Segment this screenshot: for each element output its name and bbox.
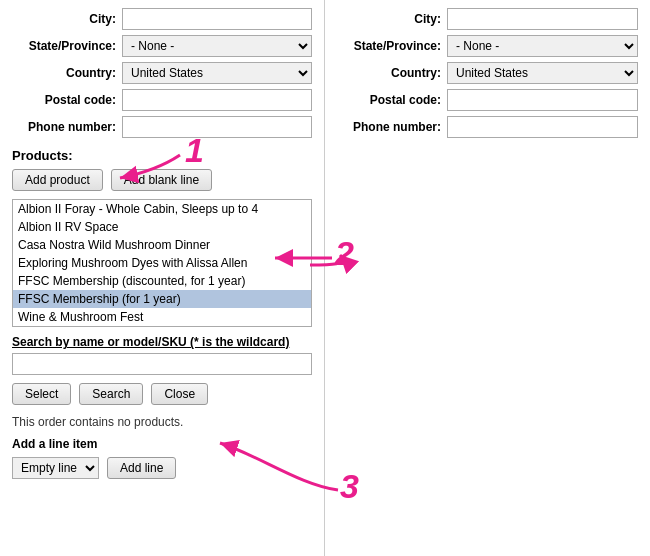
country-select-left[interactable]: United States xyxy=(122,62,312,84)
phone-input-right[interactable] xyxy=(447,116,638,138)
phone-label-right: Phone number: xyxy=(337,120,447,134)
state-select-right[interactable]: - None - xyxy=(447,35,638,57)
add-product-button[interactable]: Add product xyxy=(12,169,103,191)
city-label-right: City: xyxy=(337,12,447,26)
city-input-right[interactable] xyxy=(447,8,638,30)
phone-input-left[interactable] xyxy=(122,116,312,138)
list-item[interactable]: Albion II Foray - Whole Cabin, Sleeps up… xyxy=(13,200,311,218)
add-line-button[interactable]: Add line xyxy=(107,457,176,479)
state-select-left[interactable]: - None - xyxy=(122,35,312,57)
postal-input-left[interactable] xyxy=(122,89,312,111)
select-button[interactable]: Select xyxy=(12,383,71,405)
add-line-label: Add a line item xyxy=(12,437,312,451)
close-button[interactable]: Close xyxy=(151,383,208,405)
search-button[interactable]: Search xyxy=(79,383,143,405)
products-section-title: Products: xyxy=(12,148,312,163)
postal-input-right[interactable] xyxy=(447,89,638,111)
phone-label-left: Phone number: xyxy=(12,120,122,134)
search-label: Search by name or model/SKU (* is the wi… xyxy=(12,335,312,349)
country-label-right: Country: xyxy=(337,66,447,80)
product-list: Albion II Foray - Whole Cabin, Sleeps up… xyxy=(12,199,312,327)
state-label-right: State/Province: xyxy=(337,39,447,53)
add-blank-line-button[interactable]: Add blank line xyxy=(111,169,212,191)
list-item[interactable]: Albion II RV Space xyxy=(13,218,311,236)
country-label-left: Country: xyxy=(12,66,122,80)
list-item[interactable]: Casa Nostra Wild Mushroom Dinner xyxy=(13,236,311,254)
list-item[interactable]: Exploring Mushroom Dyes with Alissa Alle… xyxy=(13,254,311,272)
postal-label-right: Postal code: xyxy=(337,93,447,107)
list-item[interactable]: Wine & Mushroom Fest xyxy=(13,308,311,326)
order-info-text: This order contains no products. xyxy=(12,415,312,429)
list-item[interactable]: FFSC Membership (for 1 year) xyxy=(13,290,311,308)
list-item[interactable]: FFSC Membership (discounted, for 1 year) xyxy=(13,272,311,290)
postal-label-left: Postal code: xyxy=(12,93,122,107)
search-input[interactable] xyxy=(12,353,312,375)
country-select-right[interactable]: United States xyxy=(447,62,638,84)
city-label-left: City: xyxy=(12,12,122,26)
city-input-left[interactable] xyxy=(122,8,312,30)
line-type-select[interactable]: Empty line Product Service xyxy=(12,457,99,479)
state-label-left: State/Province: xyxy=(12,39,122,53)
